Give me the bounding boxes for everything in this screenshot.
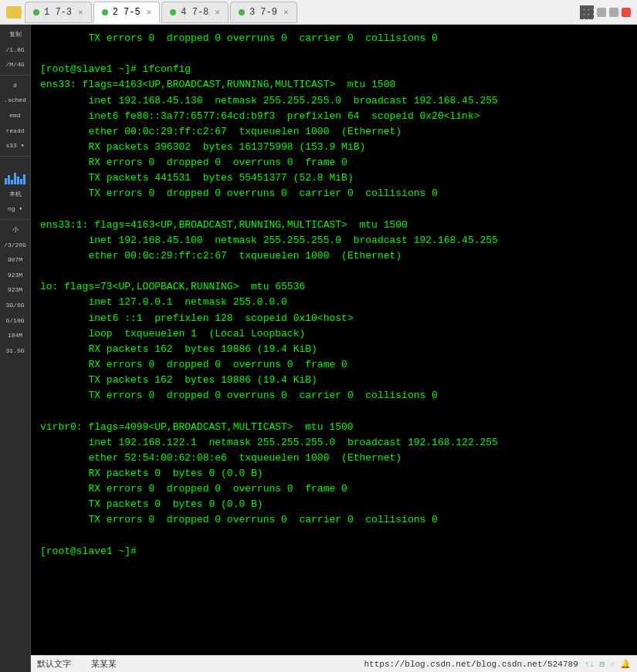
chart-bar [5, 178, 7, 184]
tab-close-icon[interactable]: ✕ [215, 7, 220, 17]
sidebar-item-9[interactable]: ng ▾ [0, 202, 30, 216]
sidebar-item-17[interactable]: 184M [0, 329, 30, 343]
chart-bar [17, 177, 19, 184]
chart-bar [8, 175, 10, 184]
tabs-container: 1 7-3 ✕ 2 7-5 ✕ 4 7-8 ✕ 3 7-9 ✕ [25, 2, 297, 23]
terminal-area[interactable]: TX errors 0 dropped 0 overruns 0 carrier… [31, 25, 637, 672]
tab-label: 2 7-5 [113, 7, 141, 18]
status-right: https://blog.csdn.net/blog.csdn.net/5247… [364, 659, 631, 669]
sidebar-item-3[interactable]: d [0, 79, 30, 93]
status-icons: ↑↓ ⊟ ☆ 🔔 [584, 659, 631, 669]
title-bar: 1 7-3 ✕ 2 7-5 ✕ 4 7-8 ✕ 3 7-9 ✕ [0, 0, 637, 25]
tab-tab4[interactable]: 3 7-9 ✕ [230, 2, 297, 23]
status-url: https://blog.csdn.net/blog.csdn.net/5247… [364, 660, 578, 669]
sidebar-item-15[interactable]: 3G/6G [0, 299, 30, 312]
sidebar-item-5[interactable]: emd [0, 109, 30, 123]
sidebar-item-1[interactable]: /1.8G [0, 43, 30, 57]
tab-label: 4 7-8 [181, 7, 208, 18]
main-layout: 复制/1.8G/M/4Gd.schedemdreadds33 ▾本机ng ▾小/… [0, 25, 637, 672]
folder-icon [6, 6, 22, 19]
maximize-button[interactable] [609, 8, 618, 17]
chart-bar [14, 173, 16, 184]
tab-dot [102, 9, 108, 15]
sidebar-divider-2 [0, 75, 30, 76]
tab-tab1[interactable]: 1 7-3 ✕ [25, 2, 92, 23]
sidebar-item-12[interactable]: 907M [0, 253, 30, 267]
title-bar-left: 1 7-3 ✕ 2 7-5 ✕ 4 7-8 ✕ 3 7-9 ✕ [0, 2, 297, 23]
tab-close-icon[interactable]: ✕ [147, 7, 152, 17]
tab-dot [33, 9, 39, 15]
terminal-content: TX errors 0 dropped 0 overruns 0 carrier… [40, 31, 628, 559]
sidebar-item-10[interactable]: 小 [0, 223, 30, 237]
tab-dot [170, 9, 176, 15]
chart-bar [20, 179, 22, 184]
status-left: 默认文字 某某某 [37, 658, 117, 670]
sidebar-chart [2, 161, 29, 184]
sidebar-item-11[interactable]: /3/20G [0, 238, 30, 252]
sidebar-item-6[interactable]: readd [0, 124, 30, 138]
sidebar-item-2[interactable]: /M/4G [0, 58, 30, 72]
tab-tab3[interactable]: 4 7-8 ✕ [161, 2, 229, 23]
tab-label: 3 7-9 [249, 7, 277, 18]
sidebar-item-7[interactable]: s33 ▾ [0, 139, 30, 153]
sidebar: 复制/1.8G/M/4Gd.schedemdreadds33 ▾本机ng ▾小/… [0, 25, 31, 672]
sidebar-divider-7 [0, 156, 30, 157]
chart-bar [11, 180, 13, 184]
sidebar-item-8[interactable]: 本机 [0, 187, 30, 201]
sidebar-item-18[interactable]: 31.5G [0, 344, 30, 358]
status-bar: 默认文字 某某某 https://blog.csdn.net/blog.csdn… [31, 655, 637, 672]
tab-close-icon[interactable]: ✕ [78, 7, 83, 17]
grid-icon[interactable] [580, 5, 594, 19]
sidebar-item-13[interactable]: 923M [0, 268, 30, 282]
chart-bar [23, 174, 25, 184]
tab-close-icon[interactable]: ✕ [283, 7, 289, 17]
sidebar-item-14[interactable]: 923M [0, 283, 30, 297]
sidebar-item-4[interactable]: .sched [0, 93, 30, 107]
close-button[interactable] [622, 8, 631, 17]
tab-dot [239, 9, 245, 15]
sidebar-divider-9 [0, 219, 30, 220]
minimize-button[interactable] [597, 8, 606, 17]
tab-label: 1 7-3 [44, 7, 72, 18]
tab-tab2[interactable]: 2 7-5 ✕ [93, 2, 161, 23]
sidebar-item-16[interactable]: G/10G [0, 314, 30, 328]
sidebar-item-0[interactable]: 复制 [0, 28, 30, 42]
window-controls [580, 5, 637, 19]
